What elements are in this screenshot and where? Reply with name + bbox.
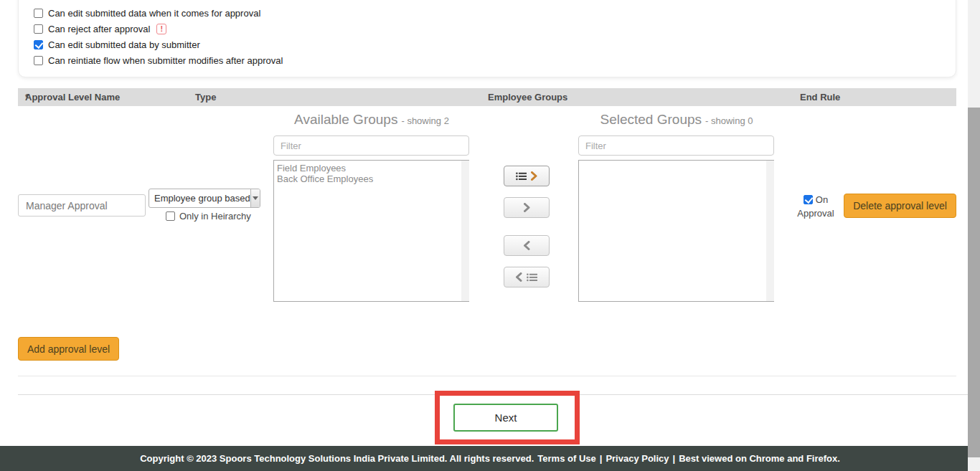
next-button[interactable]: Next bbox=[453, 404, 558, 432]
move-all-left-button[interactable] bbox=[504, 267, 550, 287]
page-scrollbar[interactable] bbox=[968, 0, 980, 471]
dropdown-arrow-button[interactable] bbox=[250, 189, 260, 207]
move-left-button[interactable] bbox=[504, 235, 550, 256]
chevron-right-icon bbox=[524, 203, 530, 212]
approval-level-name-input[interactable] bbox=[18, 194, 146, 217]
option-row: Can reintiate flow when submitter modifi… bbox=[34, 52, 956, 68]
divider bbox=[18, 376, 956, 376]
option-label: Can reject after approval bbox=[48, 24, 150, 34]
required-marker: * bbox=[25, 88, 29, 106]
only-in-hierarchy-option: Only in Heirarchy bbox=[166, 211, 251, 222]
on-approval-label: On bbox=[816, 194, 828, 205]
column-type: Type bbox=[195, 88, 216, 106]
available-groups-heading: Available Groups- showing 2 bbox=[273, 112, 470, 128]
footer-separator: | bbox=[600, 453, 603, 464]
selected-groups-heading: Selected Groups- showing 0 bbox=[578, 112, 775, 128]
chevron-left-icon bbox=[524, 241, 530, 250]
available-groups-listbox[interactable]: Field Employees Back Office Employees bbox=[273, 160, 469, 302]
footer-separator: | bbox=[673, 453, 676, 464]
column-end-rule: End Rule bbox=[800, 88, 840, 106]
best-viewed-text: Best viewed on Chrome and Firefox. bbox=[679, 453, 840, 464]
option-row: Can edit submitted data when it comes fo… bbox=[34, 5, 956, 21]
list-item[interactable]: Field Employees bbox=[277, 163, 468, 173]
warning-icon: ! bbox=[156, 24, 166, 34]
approval-type-dropdown[interactable]: Employee group based bbox=[149, 189, 260, 208]
chevron-down-icon bbox=[253, 196, 258, 200]
terms-of-use-link[interactable]: Terms of Use bbox=[537, 453, 595, 464]
available-groups-title: Available Groups bbox=[294, 112, 397, 127]
checkbox-edit-by-submitter[interactable] bbox=[34, 40, 43, 49]
checkbox-edit-on-approval[interactable] bbox=[34, 9, 43, 18]
checkbox-reject-after-approval[interactable] bbox=[34, 24, 43, 34]
only-in-hierarchy-label: Only in Heirarchy bbox=[179, 211, 251, 222]
listbox-scrollbar[interactable] bbox=[766, 161, 774, 301]
column-employee-groups: Employee Groups bbox=[488, 88, 567, 106]
selected-groups-filter-input[interactable] bbox=[578, 135, 774, 156]
selected-groups-listbox[interactable] bbox=[578, 160, 774, 302]
scrollbar-thumb[interactable] bbox=[968, 108, 980, 457]
option-row: Can edit submitted data by submitter bbox=[34, 37, 956, 52]
available-groups-count: - showing 2 bbox=[401, 115, 448, 126]
approval-levels-grid-header: Approval Level Name* Type Employee Group… bbox=[18, 88, 956, 106]
copyright-text: Copyright © 2023 Spoors Technology Solut… bbox=[140, 453, 534, 464]
list-item[interactable]: Back Office Employees bbox=[277, 173, 468, 184]
option-label: Can edit submitted data by submitter bbox=[48, 39, 200, 50]
on-approval-label-line2: Approval bbox=[794, 208, 837, 219]
checkbox-on-approval[interactable] bbox=[804, 195, 813, 204]
end-rule-block: On Approval bbox=[794, 194, 837, 219]
selected-groups-count: - showing 0 bbox=[705, 115, 753, 126]
listbox-scrollbar[interactable] bbox=[461, 161, 469, 301]
approval-flow-setup-page: { "colors": { "accent_orange": "#F4A832"… bbox=[0, 0, 980, 471]
option-label: Can reintiate flow when submitter modifi… bbox=[48, 55, 283, 66]
list-icon bbox=[527, 273, 537, 282]
approval-options-panel: Can edit submitted data when it comes fo… bbox=[18, 0, 956, 77]
move-all-right-button[interactable] bbox=[504, 166, 550, 186]
chevron-right-icon bbox=[531, 171, 537, 181]
move-right-button[interactable] bbox=[504, 197, 550, 218]
delete-approval-level-button[interactable]: Delete approval level bbox=[844, 194, 956, 218]
footer-bar: Copyright © 2023 Spoors Technology Solut… bbox=[0, 446, 980, 471]
selected-groups-title: Selected Groups bbox=[600, 112, 702, 127]
chevron-left-icon bbox=[516, 272, 522, 282]
add-approval-level-button[interactable]: Add approval level bbox=[18, 337, 119, 361]
available-groups-filter-input[interactable] bbox=[273, 135, 469, 156]
checkbox-only-in-hierarchy[interactable] bbox=[166, 211, 175, 221]
list-icon bbox=[516, 172, 527, 181]
option-label: Can edit submitted data when it comes fo… bbox=[48, 8, 260, 19]
divider bbox=[18, 394, 968, 395]
option-row: Can reject after approval ! bbox=[34, 21, 956, 37]
approval-type-selected-value: Employee group based bbox=[149, 189, 250, 207]
privacy-policy-link[interactable]: Privacy Policy bbox=[606, 453, 669, 464]
checkbox-reinitiate-flow[interactable] bbox=[34, 56, 43, 65]
